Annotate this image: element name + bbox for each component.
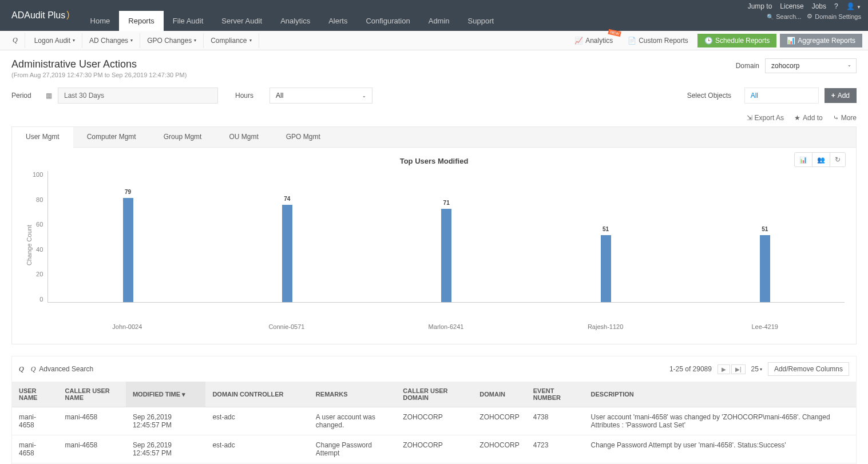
table-section: Advanced Search 1-25 of 29089 ▶ ▶| 25▾ A… [11, 356, 857, 464]
cell: mani-4658 [12, 407, 58, 435]
sub-nav-logon-audit[interactable]: Logon Audit ▾ [27, 33, 82, 48]
chart-config-button[interactable] [795, 153, 812, 166]
main-nav-analytics[interactable]: Analytics [271, 11, 319, 31]
sub-nav: Logon Audit ▾AD Changes ▾GPO Changes ▾Co… [0, 31, 868, 50]
magnifier-icon [13, 36, 18, 45]
pager-next-button[interactable]: ▶ [718, 364, 730, 374]
jump-to-link[interactable]: Jump to [748, 2, 772, 10]
y-tick: 40 [36, 246, 43, 253]
objects-select[interactable]: All [744, 88, 819, 104]
chart-actions [794, 152, 846, 167]
tab-user-mgmt[interactable]: User Mgmt [12, 127, 73, 148]
search-placeholder: Search... [776, 13, 801, 20]
domain-select[interactable]: zohocorp ⌄ [765, 58, 857, 73]
col-header-caller-user-name[interactable]: CALLER USER NAME [58, 382, 126, 407]
gear-icon [807, 13, 812, 20]
cell: mani-4658 [58, 407, 126, 435]
bar-rect [760, 235, 770, 302]
jobs-link[interactable]: Jobs [812, 2, 826, 10]
analytics-button[interactable]: NEW 📈Analytics [569, 34, 619, 47]
table-row[interactable]: mani-4658mani-4658Sep 26,2019 12:45:57 P… [12, 435, 856, 463]
advanced-search-button[interactable]: Advanced Search [31, 365, 93, 374]
col-header-remarks[interactable]: REMARKS [309, 382, 396, 407]
pager-last-button[interactable]: ▶| [731, 364, 746, 374]
col-header-caller-user-domain[interactable]: CALLER USER DOMAIN [396, 382, 473, 407]
aggregate-label: Aggregate Reports [798, 37, 855, 45]
more-button[interactable]: More [833, 114, 857, 122]
main-nav-server-audit[interactable]: Server Audit [212, 11, 271, 31]
tab-ou-mgmt[interactable]: OU Mgmt [215, 127, 272, 147]
bar-value-label: 51 [603, 226, 609, 232]
global-search[interactable]: Search... [767, 13, 801, 20]
chart-users-button[interactable] [812, 153, 830, 166]
main-nav-reports[interactable]: Reports [119, 11, 164, 31]
tab-gpo-mgmt[interactable]: GPO Mgmt [272, 127, 334, 147]
chevron-down-icon: ▾ [760, 367, 762, 372]
main-nav-admin[interactable]: Admin [419, 11, 459, 31]
main-nav-alerts[interactable]: Alerts [319, 11, 356, 31]
top-right: Jump to License Jobs ? ▼ Search... Domai… [748, 0, 868, 31]
add-remove-columns-button[interactable]: Add/Remove Columns [768, 362, 849, 376]
magnifier-icon [19, 365, 24, 374]
add-to-button[interactable]: Add to [794, 114, 823, 122]
bar-value-label: 71 [443, 200, 450, 206]
cell: Change Password Attempt [309, 435, 396, 463]
bar-Lee-4219[interactable]: 51 [760, 235, 770, 302]
main-nav-configuration[interactable]: Configuration [356, 11, 419, 31]
col-header-description[interactable]: DESCRIPTION [584, 382, 856, 407]
col-header-modified-time[interactable]: MODIFIED TIME ▾ [126, 382, 205, 407]
tab-group-mgmt[interactable]: Group Mgmt [150, 127, 216, 147]
help-link[interactable]: ? [834, 2, 838, 10]
calendar-icon[interactable] [46, 92, 52, 100]
schedule-reports-button[interactable]: 🕒 Schedule Reports [697, 34, 776, 47]
sub-nav-ad-changes[interactable]: AD Changes ▾ [82, 33, 140, 48]
bar-John-0024[interactable]: 79 [123, 198, 133, 302]
export-icon [747, 114, 752, 122]
bar-rect [441, 209, 451, 302]
sub-nav-compliance[interactable]: Compliance ▾ [204, 33, 259, 48]
bar-Rajesh-1120[interactable]: 51 [601, 235, 611, 302]
aggregate-reports-button[interactable]: 📊 Aggregate Reports [780, 34, 862, 47]
period-value: Last 30 Days [64, 92, 104, 100]
bar-rect [282, 205, 292, 302]
plus-icon [831, 92, 835, 100]
sub-nav-gpo-changes[interactable]: GPO Changes ▾ [140, 33, 204, 48]
table-search-icon[interactable] [19, 365, 24, 374]
main-nav-support[interactable]: Support [459, 11, 504, 31]
col-header-domain[interactable]: DOMAIN [473, 382, 526, 407]
bar-Connie-0571[interactable]: 74 [282, 205, 292, 302]
period-input[interactable]: Last 30 Days [58, 88, 218, 104]
tree-icon [833, 114, 839, 122]
chevron-down-icon: ▾ [249, 38, 252, 43]
chart-title: Top Users Modified [23, 153, 845, 171]
sub-nav-search-icon[interactable] [6, 33, 25, 48]
user-menu[interactable]: ▼ [846, 2, 861, 10]
main-nav-file-audit[interactable]: File Audit [164, 11, 212, 31]
export-as-button[interactable]: Export As [747, 114, 784, 122]
refresh-icon [835, 156, 841, 164]
people-icon [817, 156, 825, 164]
custom-reports-button[interactable]: 📄Custom Reports [622, 34, 694, 47]
chart-container: Top Users Modified Change Count 10080604… [11, 148, 857, 344]
add-objects-button[interactable]: Add [825, 88, 857, 103]
chevron-down-icon: ⌄ [362, 93, 366, 98]
cell: User account 'mani-4658' was changed by … [584, 407, 856, 435]
chart-refresh-button[interactable] [830, 153, 845, 166]
page-size-select[interactable]: 25▾ [751, 365, 762, 373]
objects-label: Select Objects [687, 92, 739, 100]
magnifier-plus-icon [31, 365, 36, 374]
period-label: Period [11, 92, 40, 100]
cell: ZOHOCORP [396, 435, 473, 463]
bar-rect [601, 235, 611, 302]
bar-Marlon-6241[interactable]: 71 [441, 209, 451, 302]
col-header-domain-controller[interactable]: DOMAIN CONTROLLER [205, 382, 308, 407]
tab-computer-mgmt[interactable]: Computer Mgmt [73, 127, 150, 147]
col-header-event-number[interactable]: EVENT NUMBER [526, 382, 584, 407]
license-link[interactable]: License [780, 2, 803, 10]
col-header-user-name[interactable]: USER NAME [12, 382, 58, 407]
hours-select[interactable]: All⌄ [269, 88, 372, 104]
domain-settings-link[interactable]: Domain Settings [807, 13, 861, 20]
main-nav-home[interactable]: Home [81, 11, 120, 31]
objects-value: All [751, 92, 758, 100]
table-row[interactable]: mani-4658mani-4658Sep 26,2019 12:45:57 P… [12, 407, 856, 435]
